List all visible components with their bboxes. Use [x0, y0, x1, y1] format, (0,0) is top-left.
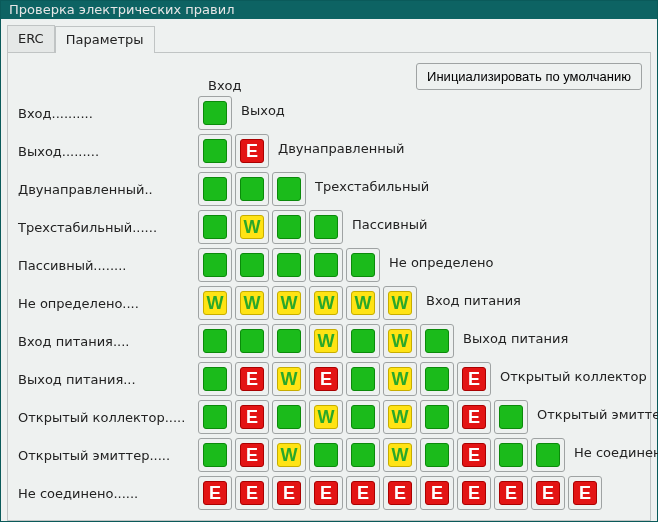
status-error-icon: E [462, 481, 486, 505]
erc-cell-button[interactable]: W [309, 400, 343, 434]
erc-cell-button[interactable]: E [309, 476, 343, 510]
erc-cell-button[interactable]: W [272, 438, 306, 472]
erc-cell-button[interactable] [346, 438, 380, 472]
erc-cell-button[interactable]: E [531, 476, 565, 510]
status-ok-icon [351, 405, 375, 429]
erc-cell-button[interactable]: E [457, 400, 491, 434]
erc-cell-button[interactable] [235, 248, 269, 282]
erc-cell-button[interactable] [346, 324, 380, 358]
erc-cell-button[interactable]: E [420, 476, 454, 510]
erc-cell-button[interactable]: E [309, 362, 343, 396]
erc-cell-button[interactable]: E [235, 134, 269, 168]
erc-cell-button[interactable] [420, 362, 454, 396]
erc-cell-button[interactable]: W [346, 286, 380, 320]
erc-cell-button[interactable] [198, 400, 232, 434]
status-warning-icon: W [277, 291, 301, 315]
erc-cell-button[interactable]: W [383, 362, 417, 396]
erc-cell-button[interactable] [272, 248, 306, 282]
status-error-icon: E [462, 405, 486, 429]
erc-cell-button[interactable] [346, 362, 380, 396]
erc-cell-button[interactable]: E [457, 476, 491, 510]
erc-cell-button[interactable]: E [235, 476, 269, 510]
erc-cell-button[interactable]: W [383, 324, 417, 358]
status-error-icon: E [536, 481, 560, 505]
erc-cell-button[interactable] [198, 438, 232, 472]
erc-cell-button[interactable]: E [198, 476, 232, 510]
erc-cell-button[interactable]: E [457, 438, 491, 472]
erc-cell-button[interactable]: W [383, 400, 417, 434]
column-header: Двунаправленный [278, 141, 404, 156]
erc-cell-button[interactable] [309, 438, 343, 472]
erc-cell-button[interactable] [235, 172, 269, 206]
status-warning-icon: W [351, 291, 375, 315]
erc-cell-button[interactable]: E [457, 362, 491, 396]
tab-erc[interactable]: ERC [7, 25, 55, 52]
erc-cell-button[interactable] [198, 210, 232, 244]
erc-cell-button[interactable]: E [235, 438, 269, 472]
erc-cell-button[interactable]: W [272, 362, 306, 396]
erc-cell-button[interactable]: E [494, 476, 528, 510]
erc-cell-button[interactable] [420, 324, 454, 358]
erc-cell-button[interactable] [420, 438, 454, 472]
erc-cell-button[interactable] [272, 324, 306, 358]
erc-cell-button[interactable] [309, 248, 343, 282]
erc-cell-button[interactable]: E [272, 476, 306, 510]
erc-cell-button[interactable] [346, 400, 380, 434]
row-label: Вход.......... [18, 106, 198, 121]
toolbar: Инициализировать по умолчанию [18, 63, 642, 90]
erc-window: Проверка электрических правил ERC Параме… [0, 0, 658, 522]
matrix-row: Не определено....WWWWWW [18, 284, 642, 322]
erc-cell-button[interactable]: W [309, 324, 343, 358]
erc-cell-button[interactable] [272, 172, 306, 206]
erc-cell-button[interactable] [235, 324, 269, 358]
row-cells [198, 248, 380, 282]
erc-cell-button[interactable]: E [346, 476, 380, 510]
erc-cell-button[interactable]: W [235, 210, 269, 244]
erc-cell-button[interactable] [198, 248, 232, 282]
erc-cell-button[interactable]: E [383, 476, 417, 510]
erc-cell-button[interactable] [309, 210, 343, 244]
erc-cell-button[interactable]: W [383, 286, 417, 320]
status-error-icon: E [314, 367, 338, 391]
erc-cell-button[interactable] [494, 438, 528, 472]
erc-cell-button[interactable]: W [272, 286, 306, 320]
row-label: Открытый эмиттер..... [18, 448, 198, 463]
row-cells [198, 96, 232, 130]
init-default-button[interactable]: Инициализировать по умолчанию [416, 63, 642, 90]
column-header: Открытый эмиттер [537, 407, 658, 422]
erc-cell-button[interactable] [531, 438, 565, 472]
erc-cell-button[interactable] [198, 96, 232, 130]
erc-cell-button[interactable]: W [198, 286, 232, 320]
erc-cell-button[interactable] [198, 324, 232, 358]
erc-cell-button[interactable] [494, 400, 528, 434]
column-header: Пассивный [352, 217, 427, 232]
erc-cell-button[interactable]: E [568, 476, 602, 510]
status-ok-icon [203, 329, 227, 353]
matrix-row: Не соединено......EEEEEEEEEEE [18, 474, 642, 512]
erc-cell-button[interactable]: W [309, 286, 343, 320]
status-warning-icon: W [388, 443, 412, 467]
erc-cell-button[interactable] [272, 210, 306, 244]
content-area: ERC Параметры Инициализировать по умолча… [1, 19, 657, 522]
erc-cell-button[interactable] [346, 248, 380, 282]
erc-cell-button[interactable] [198, 172, 232, 206]
status-ok-icon [499, 405, 523, 429]
status-ok-icon [425, 405, 449, 429]
erc-cell-button[interactable]: E [235, 400, 269, 434]
column-header: Вход питания [426, 293, 521, 308]
erc-cell-button[interactable]: W [383, 438, 417, 472]
column-header: Выход питания [463, 331, 568, 346]
status-ok-icon [425, 367, 449, 391]
erc-matrix: ВходВход..........ВыходВыход.........EДв… [18, 94, 642, 512]
status-error-icon: E [314, 481, 338, 505]
erc-cell-button[interactable] [198, 134, 232, 168]
row-label: Открытый коллектор..... [18, 410, 198, 425]
erc-cell-button[interactable]: W [235, 286, 269, 320]
erc-cell-button[interactable]: E [235, 362, 269, 396]
erc-cell-button[interactable] [198, 362, 232, 396]
row-cells: EWEWE [198, 362, 491, 396]
status-error-icon: E [240, 405, 264, 429]
erc-cell-button[interactable] [420, 400, 454, 434]
erc-cell-button[interactable] [272, 400, 306, 434]
tab-params[interactable]: Параметры [55, 26, 155, 53]
